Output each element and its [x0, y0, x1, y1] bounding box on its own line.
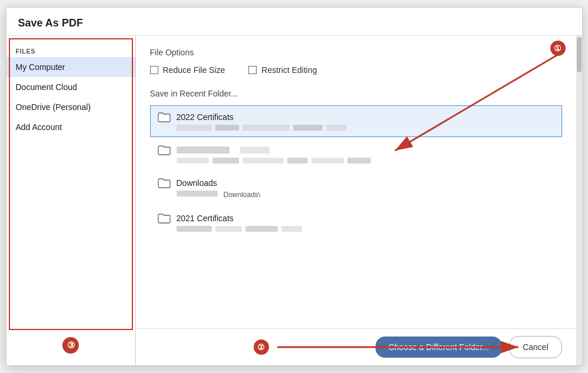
- sidebar-item-label: Add Account: [16, 122, 62, 132]
- path-blur: [287, 158, 308, 164]
- annotation-badge-3: ③: [62, 337, 79, 354]
- annotation-badge-2: ②: [254, 339, 269, 355]
- save-as-pdf-dialog: Save As PDF FILES My Computer Document C…: [6, 7, 583, 366]
- recent-folders-label: Save in Recent Folder...: [150, 89, 562, 98]
- folder-name: Downloads: [177, 178, 217, 188]
- folder-icon: [158, 112, 171, 122]
- folder-row: 2021 Certificats: [158, 213, 554, 224]
- folder-icon: [158, 145, 171, 155]
- sidebar-item-label: Document Cloud: [16, 82, 77, 92]
- choose-different-folder-button[interactable]: Choose a Different Folder...: [376, 337, 502, 358]
- sidebar: FILES My Computer Document Cloud OneDriv…: [6, 36, 136, 365]
- sidebar-item-onedrive[interactable]: OneDrive (Personal): [6, 97, 135, 117]
- path-blur-4: [293, 125, 323, 131]
- reduce-file-size-label: Reduce File Size: [163, 65, 225, 75]
- path-blur: [311, 158, 344, 164]
- restrict-editing-option[interactable]: Restrict Editing: [248, 65, 317, 75]
- scrollbar-thumb[interactable]: [577, 37, 582, 72]
- path-blur-5: [326, 125, 347, 131]
- sidebar-item-label: My Computer: [16, 62, 65, 72]
- folder-icon: [158, 178, 171, 188]
- file-options-title: File Options: [150, 48, 562, 57]
- folder-list: 2022 Certificats: [150, 105, 562, 238]
- sidebar-item-label: OneDrive (Personal): [16, 102, 91, 112]
- sidebar-item-add-account[interactable]: Add Account: [6, 117, 135, 137]
- reduce-file-size-checkbox[interactable]: [150, 66, 158, 74]
- downloads-path: Downloads\: [224, 191, 261, 199]
- path-blur: [347, 158, 371, 164]
- folder-path: [177, 125, 554, 131]
- path-blur: [281, 226, 302, 232]
- folder-item-2022-certificats[interactable]: 2022 Certificats: [150, 105, 562, 137]
- sidebar-item-document-cloud[interactable]: Document Cloud: [6, 77, 135, 97]
- path-blur: [177, 226, 212, 232]
- folder-name: 2022 Certificats: [177, 112, 234, 122]
- file-options-group: Reduce File Size Restrict Editing: [150, 65, 562, 75]
- folder-item-2[interactable]: [150, 138, 562, 170]
- path-blur: [242, 158, 284, 164]
- dialog-title: Save As PDF: [6, 8, 582, 36]
- cancel-button[interactable]: Cancel: [509, 336, 562, 358]
- folder-row: [158, 145, 554, 155]
- sidebar-section-label: FILES: [6, 43, 135, 57]
- main-content: ① File Options Reduce File Size Restrict…: [136, 36, 576, 365]
- restrict-editing-label: Restrict Editing: [261, 65, 317, 75]
- bottom-bar: ② Choose a Different Folder... Cancel: [136, 328, 576, 365]
- sidebar-item-my-computer[interactable]: My Computer: [6, 57, 135, 77]
- path-blur-3: [242, 125, 290, 131]
- folder-name: 2021 Certificats: [177, 214, 234, 223]
- content-area: ① File Options Reduce File Size Restrict…: [136, 36, 576, 328]
- path-blur-2: [215, 125, 239, 131]
- folder-icon: [158, 213, 171, 224]
- path-blur: [215, 226, 242, 232]
- folder-path: Downloads\: [177, 191, 554, 199]
- folder-path: [177, 158, 554, 164]
- path-blur-1: [177, 125, 212, 131]
- folder-item-downloads[interactable]: Downloads Downloads\: [150, 171, 562, 205]
- scrollbar-track[interactable]: [576, 36, 582, 365]
- path-blur: [245, 226, 278, 232]
- path-blur: [177, 191, 218, 197]
- reduce-file-size-option[interactable]: Reduce File Size: [150, 65, 225, 75]
- folder-item-2021-certificats[interactable]: 2021 Certificats: [150, 207, 562, 238]
- dialog-body: FILES My Computer Document Cloud OneDriv…: [6, 36, 582, 365]
- annotation-badge-1: ①: [550, 41, 566, 56]
- restrict-editing-checkbox[interactable]: [248, 66, 257, 74]
- folder-row: Downloads: [158, 178, 554, 188]
- folder-row: 2022 Certificats: [158, 112, 554, 122]
- folder-name-blur-2: [240, 146, 270, 154]
- folder-name-blur: [177, 146, 230, 154]
- path-blur: [212, 158, 239, 164]
- folder-path: [177, 226, 554, 232]
- path-blur: [177, 158, 209, 164]
